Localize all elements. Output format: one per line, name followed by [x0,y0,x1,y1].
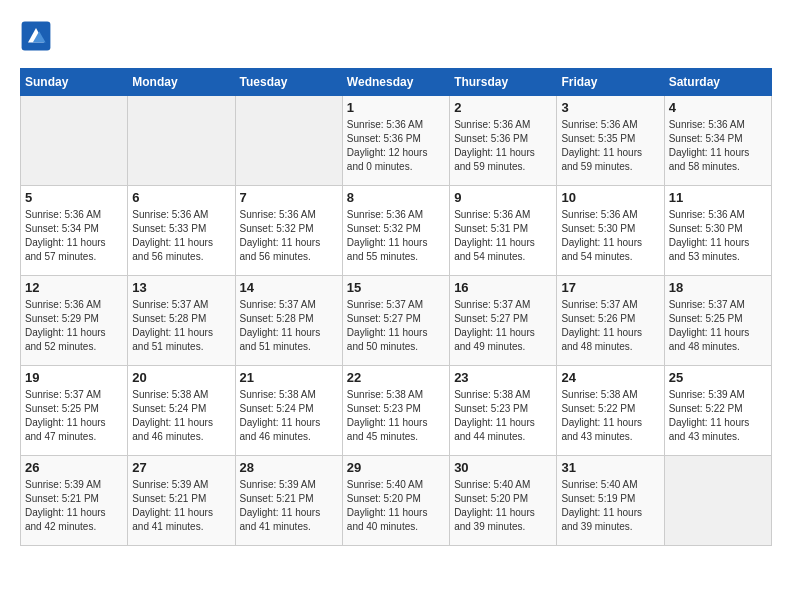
header-wednesday: Wednesday [342,69,449,96]
day-number: 29 [347,460,445,475]
calendar-week-4: 19Sunrise: 5:37 AM Sunset: 5:25 PM Dayli… [21,366,772,456]
calendar-cell: 5Sunrise: 5:36 AM Sunset: 5:34 PM Daylig… [21,186,128,276]
header-friday: Friday [557,69,664,96]
day-number: 26 [25,460,123,475]
day-info: Sunrise: 5:39 AM Sunset: 5:21 PM Dayligh… [25,478,123,534]
calendar-cell: 31Sunrise: 5:40 AM Sunset: 5:19 PM Dayli… [557,456,664,546]
calendar-cell: 26Sunrise: 5:39 AM Sunset: 5:21 PM Dayli… [21,456,128,546]
day-info: Sunrise: 5:36 AM Sunset: 5:30 PM Dayligh… [669,208,767,264]
calendar-cell: 12Sunrise: 5:36 AM Sunset: 5:29 PM Dayli… [21,276,128,366]
day-info: Sunrise: 5:36 AM Sunset: 5:31 PM Dayligh… [454,208,552,264]
day-number: 14 [240,280,338,295]
calendar-cell: 17Sunrise: 5:37 AM Sunset: 5:26 PM Dayli… [557,276,664,366]
header-sunday: Sunday [21,69,128,96]
header-tuesday: Tuesday [235,69,342,96]
calendar-cell: 23Sunrise: 5:38 AM Sunset: 5:23 PM Dayli… [450,366,557,456]
day-number: 23 [454,370,552,385]
day-number: 4 [669,100,767,115]
day-number: 28 [240,460,338,475]
day-info: Sunrise: 5:38 AM Sunset: 5:23 PM Dayligh… [454,388,552,444]
calendar-table: SundayMondayTuesdayWednesdayThursdayFrid… [20,68,772,546]
calendar-cell: 4Sunrise: 5:36 AM Sunset: 5:34 PM Daylig… [664,96,771,186]
day-number: 3 [561,100,659,115]
calendar-cell: 13Sunrise: 5:37 AM Sunset: 5:28 PM Dayli… [128,276,235,366]
day-number: 9 [454,190,552,205]
calendar-cell: 6Sunrise: 5:36 AM Sunset: 5:33 PM Daylig… [128,186,235,276]
day-info: Sunrise: 5:36 AM Sunset: 5:35 PM Dayligh… [561,118,659,174]
day-info: Sunrise: 5:39 AM Sunset: 5:21 PM Dayligh… [132,478,230,534]
day-info: Sunrise: 5:36 AM Sunset: 5:36 PM Dayligh… [347,118,445,174]
day-info: Sunrise: 5:36 AM Sunset: 5:34 PM Dayligh… [25,208,123,264]
calendar-cell: 3Sunrise: 5:36 AM Sunset: 5:35 PM Daylig… [557,96,664,186]
day-info: Sunrise: 5:38 AM Sunset: 5:23 PM Dayligh… [347,388,445,444]
logo-icon [20,20,52,52]
day-info: Sunrise: 5:36 AM Sunset: 5:34 PM Dayligh… [669,118,767,174]
calendar-cell: 8Sunrise: 5:36 AM Sunset: 5:32 PM Daylig… [342,186,449,276]
calendar-week-2: 5Sunrise: 5:36 AM Sunset: 5:34 PM Daylig… [21,186,772,276]
calendar-cell: 11Sunrise: 5:36 AM Sunset: 5:30 PM Dayli… [664,186,771,276]
calendar-cell [21,96,128,186]
day-info: Sunrise: 5:40 AM Sunset: 5:20 PM Dayligh… [347,478,445,534]
day-info: Sunrise: 5:38 AM Sunset: 5:24 PM Dayligh… [132,388,230,444]
calendar-week-5: 26Sunrise: 5:39 AM Sunset: 5:21 PM Dayli… [21,456,772,546]
day-info: Sunrise: 5:40 AM Sunset: 5:20 PM Dayligh… [454,478,552,534]
calendar-header-row: SundayMondayTuesdayWednesdayThursdayFrid… [21,69,772,96]
day-info: Sunrise: 5:36 AM Sunset: 5:29 PM Dayligh… [25,298,123,354]
header-saturday: Saturday [664,69,771,96]
day-number: 20 [132,370,230,385]
calendar-cell: 22Sunrise: 5:38 AM Sunset: 5:23 PM Dayli… [342,366,449,456]
calendar-cell: 19Sunrise: 5:37 AM Sunset: 5:25 PM Dayli… [21,366,128,456]
day-info: Sunrise: 5:39 AM Sunset: 5:21 PM Dayligh… [240,478,338,534]
day-number: 12 [25,280,123,295]
day-info: Sunrise: 5:36 AM Sunset: 5:36 PM Dayligh… [454,118,552,174]
calendar-cell: 28Sunrise: 5:39 AM Sunset: 5:21 PM Dayli… [235,456,342,546]
day-number: 2 [454,100,552,115]
day-number: 27 [132,460,230,475]
calendar-week-1: 1Sunrise: 5:36 AM Sunset: 5:36 PM Daylig… [21,96,772,186]
calendar-cell [128,96,235,186]
day-info: Sunrise: 5:37 AM Sunset: 5:28 PM Dayligh… [132,298,230,354]
calendar-cell: 9Sunrise: 5:36 AM Sunset: 5:31 PM Daylig… [450,186,557,276]
calendar-cell: 21Sunrise: 5:38 AM Sunset: 5:24 PM Dayli… [235,366,342,456]
day-number: 5 [25,190,123,205]
day-info: Sunrise: 5:36 AM Sunset: 5:33 PM Dayligh… [132,208,230,264]
day-info: Sunrise: 5:36 AM Sunset: 5:30 PM Dayligh… [561,208,659,264]
day-number: 8 [347,190,445,205]
day-info: Sunrise: 5:39 AM Sunset: 5:22 PM Dayligh… [669,388,767,444]
day-info: Sunrise: 5:37 AM Sunset: 5:25 PM Dayligh… [669,298,767,354]
day-number: 30 [454,460,552,475]
day-info: Sunrise: 5:37 AM Sunset: 5:27 PM Dayligh… [347,298,445,354]
page-header [20,20,772,52]
calendar-cell: 18Sunrise: 5:37 AM Sunset: 5:25 PM Dayli… [664,276,771,366]
logo [20,20,56,52]
calendar-cell: 10Sunrise: 5:36 AM Sunset: 5:30 PM Dayli… [557,186,664,276]
day-info: Sunrise: 5:38 AM Sunset: 5:22 PM Dayligh… [561,388,659,444]
day-number: 22 [347,370,445,385]
calendar-cell: 30Sunrise: 5:40 AM Sunset: 5:20 PM Dayli… [450,456,557,546]
day-number: 19 [25,370,123,385]
calendar-cell: 27Sunrise: 5:39 AM Sunset: 5:21 PM Dayli… [128,456,235,546]
calendar-cell: 25Sunrise: 5:39 AM Sunset: 5:22 PM Dayli… [664,366,771,456]
day-number: 11 [669,190,767,205]
day-info: Sunrise: 5:37 AM Sunset: 5:25 PM Dayligh… [25,388,123,444]
day-number: 16 [454,280,552,295]
day-number: 18 [669,280,767,295]
day-info: Sunrise: 5:37 AM Sunset: 5:28 PM Dayligh… [240,298,338,354]
calendar-cell [664,456,771,546]
day-info: Sunrise: 5:38 AM Sunset: 5:24 PM Dayligh… [240,388,338,444]
calendar-cell: 29Sunrise: 5:40 AM Sunset: 5:20 PM Dayli… [342,456,449,546]
day-number: 25 [669,370,767,385]
calendar-cell: 7Sunrise: 5:36 AM Sunset: 5:32 PM Daylig… [235,186,342,276]
day-number: 17 [561,280,659,295]
day-number: 31 [561,460,659,475]
calendar-cell [235,96,342,186]
calendar-cell: 20Sunrise: 5:38 AM Sunset: 5:24 PM Dayli… [128,366,235,456]
day-number: 1 [347,100,445,115]
header-monday: Monday [128,69,235,96]
day-number: 6 [132,190,230,205]
day-number: 7 [240,190,338,205]
day-info: Sunrise: 5:40 AM Sunset: 5:19 PM Dayligh… [561,478,659,534]
calendar-week-3: 12Sunrise: 5:36 AM Sunset: 5:29 PM Dayli… [21,276,772,366]
calendar-cell: 24Sunrise: 5:38 AM Sunset: 5:22 PM Dayli… [557,366,664,456]
day-info: Sunrise: 5:37 AM Sunset: 5:27 PM Dayligh… [454,298,552,354]
